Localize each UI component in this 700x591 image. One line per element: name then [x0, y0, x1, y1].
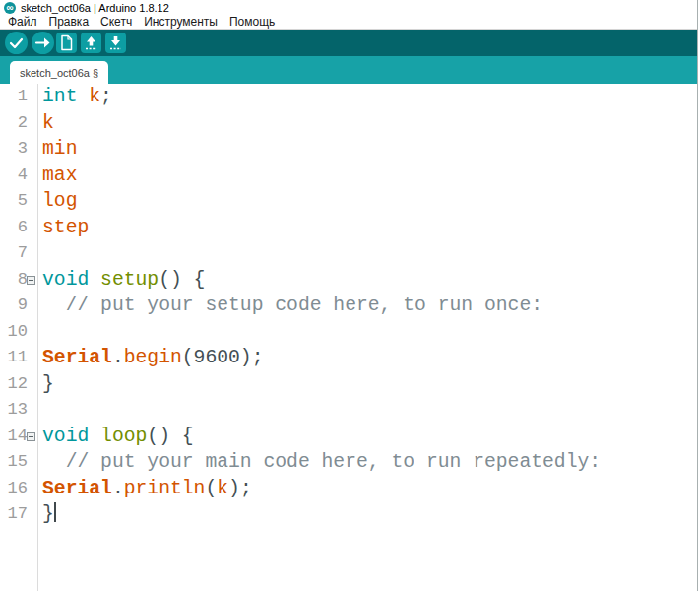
- code-text[interactable]: }: [38, 501, 56, 528]
- code-text[interactable]: int k;: [38, 84, 112, 110]
- code-text[interactable]: Serial.println(k);: [38, 476, 252, 502]
- code-text[interactable]: void setup() {: [38, 267, 205, 294]
- code-text[interactable]: Serial.begin(9600);: [38, 345, 264, 371]
- tab-sketch-oct06a[interactable]: sketch_oct06a §: [10, 61, 108, 84]
- code-line[interactable]: 17}: [0, 501, 700, 528]
- code-line[interactable]: 13: [0, 397, 700, 424]
- code-text[interactable]: log: [38, 188, 77, 215]
- menu-edit[interactable]: Правка: [43, 16, 95, 29]
- code-line[interactable]: 1int k;: [0, 84, 700, 110]
- menu-help[interactable]: Помощь: [223, 16, 281, 29]
- code-text[interactable]: [38, 319, 42, 346]
- tab-strip: sketch_oct06a §: [0, 56, 700, 84]
- line-number: 16: [0, 476, 38, 502]
- code-line[interactable]: 5log: [0, 188, 700, 215]
- line-number: 12: [0, 371, 38, 398]
- line-number: 8: [0, 267, 38, 294]
- arduino-infinity-icon: ∞: [4, 2, 16, 14]
- check-icon: [5, 32, 28, 54]
- code-line[interactable]: 9 // put your setup code here, to run on…: [0, 293, 700, 319]
- code-line[interactable]: 15 // put your main code here, to run re…: [0, 449, 700, 476]
- arrow-up-tray-icon: [81, 33, 101, 53]
- menu-sketch[interactable]: Скетч: [95, 16, 138, 29]
- tab-label: sketch_oct06a §: [20, 67, 98, 79]
- code-text[interactable]: }: [38, 371, 54, 398]
- line-number: 10: [0, 319, 38, 346]
- save-button[interactable]: [105, 33, 126, 53]
- code-text[interactable]: // put your main code here, to run repea…: [38, 449, 601, 476]
- fold-marker-icon[interactable]: [27, 432, 35, 441]
- title-bar: ∞ sketch_oct06a | Arduino 1.8.12: [0, 0, 700, 16]
- document-icon: [56, 33, 77, 53]
- line-number: 17: [0, 501, 38, 528]
- code-line[interactable]: 3min: [0, 136, 700, 163]
- window-title: sketch_oct06a | Arduino 1.8.12: [21, 2, 169, 14]
- line-number: 6: [0, 215, 38, 241]
- menu-tools[interactable]: Инструменты: [138, 16, 223, 29]
- menu-bar: Файл Правка Скетч Инструменты Помощь: [0, 16, 700, 30]
- line-number: 2: [0, 110, 38, 137]
- menu-file[interactable]: Файл: [2, 16, 43, 29]
- line-number: 3: [0, 136, 38, 163]
- code-text[interactable]: void loop() {: [38, 424, 194, 450]
- code-line[interactable]: 14void loop() {: [0, 424, 700, 450]
- line-number: 14: [0, 424, 38, 450]
- code-line[interactable]: 11Serial.begin(9600);: [0, 345, 700, 371]
- code-text[interactable]: step: [38, 215, 89, 241]
- code-line[interactable]: 8void setup() {: [0, 267, 700, 294]
- arrow-down-tray-icon: [105, 33, 126, 53]
- code-text[interactable]: max: [38, 163, 77, 189]
- code-line[interactable]: 12}: [0, 371, 700, 398]
- code-editor[interactable]: 1int k;2k3min4max5log6step78void setup()…: [0, 84, 700, 591]
- line-number: 13: [0, 397, 38, 424]
- line-number: 7: [0, 240, 38, 267]
- line-number: 5: [0, 188, 38, 215]
- code-line[interactable]: 4max: [0, 163, 700, 189]
- code-text[interactable]: [38, 240, 42, 267]
- code-line[interactable]: 10: [0, 319, 700, 346]
- arrow-right-icon: [32, 32, 54, 54]
- line-number: 11: [0, 345, 38, 371]
- code-text[interactable]: [38, 397, 42, 424]
- open-button[interactable]: [81, 33, 101, 53]
- code-line[interactable]: 16Serial.println(k);: [0, 476, 700, 502]
- line-number: 15: [0, 449, 38, 476]
- fold-marker-icon[interactable]: [27, 276, 35, 285]
- line-number: 1: [0, 84, 38, 110]
- upload-button[interactable]: [32, 32, 54, 54]
- arduino-ide-window: ∞ sketch_oct06a | Arduino 1.8.12 Файл Пр…: [0, 0, 700, 591]
- code-area[interactable]: 1int k;2k3min4max5log6step78void setup()…: [0, 84, 700, 528]
- toolbar: [0, 30, 700, 56]
- code-line[interactable]: 2k: [0, 110, 700, 137]
- code-line[interactable]: 6step: [0, 215, 700, 241]
- code-text[interactable]: min: [38, 136, 77, 163]
- line-number: 9: [0, 293, 38, 319]
- new-sketch-button[interactable]: [56, 33, 77, 53]
- verify-button[interactable]: [5, 32, 28, 54]
- text-caret: [54, 502, 56, 522]
- code-line[interactable]: 7: [0, 240, 700, 267]
- line-number: 4: [0, 163, 38, 189]
- code-text[interactable]: k: [38, 110, 54, 137]
- code-text[interactable]: // put your setup code here, to run once…: [38, 293, 542, 319]
